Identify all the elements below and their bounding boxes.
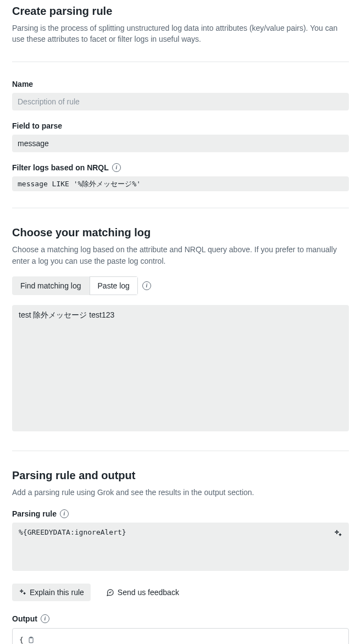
paste-log-button[interactable]: Paste log [90, 276, 138, 295]
explain-rule-button[interactable]: Explain this rule [12, 584, 91, 601]
matching-log-title: Choose your matching log [12, 225, 349, 241]
page-description: Parsing is the process of splitting unst… [12, 23, 349, 45]
svg-rect-0 [29, 637, 33, 642]
paste-log-textarea[interactable] [12, 305, 349, 431]
matching-log-description: Choose a matching log based on the attri… [12, 244, 349, 267]
filter-nrql-label: Filter logs based on NRQL [12, 162, 109, 173]
page-title: Create parsing rule [12, 3, 349, 19]
sparkle-icon [334, 529, 342, 538]
feedback-icon [106, 589, 114, 597]
send-feedback-button[interactable]: Send us feedback [99, 584, 186, 601]
filter-nrql-input[interactable] [12, 176, 349, 191]
parsing-output-description: Add a parsing rule using Grok and see th… [12, 487, 349, 498]
info-icon[interactable]: i [142, 281, 151, 290]
output-label: Output [12, 613, 37, 624]
ai-suggest-button[interactable] [331, 527, 345, 540]
name-input[interactable] [12, 93, 349, 110]
field-to-parse-input[interactable] [12, 135, 349, 152]
output-box: { ignoreAlert: test 除外メッセージ test123 } [12, 628, 349, 644]
info-icon[interactable]: i [41, 614, 49, 623]
sparkle-icon [19, 589, 26, 596]
copy-output-button[interactable] [26, 635, 36, 644]
find-matching-log-button[interactable]: Find matching log [12, 276, 90, 295]
divider [12, 208, 349, 208]
info-icon[interactable]: i [112, 163, 121, 172]
explain-rule-label: Explain this rule [30, 588, 84, 597]
name-label: Name [12, 79, 349, 90]
divider [12, 62, 349, 62]
field-to-parse-label: Field to parse [12, 120, 349, 131]
parsing-rule-label: Parsing rule [12, 508, 57, 519]
parsing-rule-textarea[interactable] [12, 523, 349, 571]
send-feedback-label: Send us feedback [118, 588, 179, 597]
parsing-output-title: Parsing rule and output [12, 468, 349, 484]
divider [12, 451, 349, 451]
clipboard-icon [27, 636, 35, 644]
info-icon[interactable]: i [60, 509, 69, 518]
